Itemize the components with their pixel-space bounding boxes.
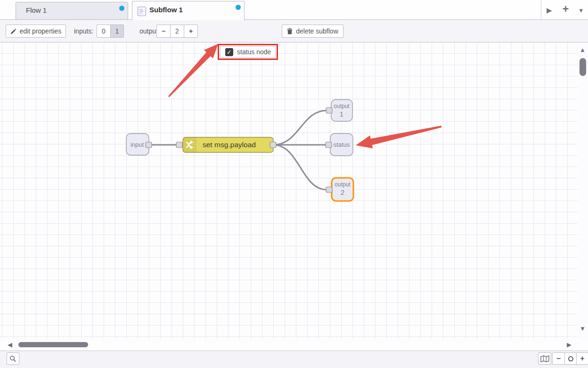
add-flow-icon[interactable]: + [563,4,569,15]
pencil-icon [10,28,16,34]
outputs-value[interactable]: 2 [170,25,184,37]
port[interactable] [176,142,182,148]
tab-scroll-right-icon[interactable]: ▶ [547,7,552,14]
flow-list-caret-icon[interactable]: ▾ [579,7,583,14]
node-status-label: status [334,141,350,148]
subflow-toolbar: edit properties inputs: 0 1 outputs: − 2… [0,20,588,42]
zoom-controls: − + [552,352,588,365]
checked-checkbox-icon[interactable]: ✓ [225,48,233,56]
circle-icon [568,356,573,361]
node-output-2[interactable]: output 2 [326,178,353,201]
tabbar-controls: ▶ + ▾ [541,0,588,20]
scroll-left-icon[interactable]: ◀ [8,342,12,348]
zoom-in-button[interactable]: + [576,353,588,364]
node-output-2-label: output [335,181,351,188]
outputs-spinner-group: − 2 + [156,25,198,38]
outputs-increase-button[interactable]: + [184,25,197,37]
scroll-down-icon[interactable]: ▼ [580,326,586,332]
horizontal-scroll-thumb[interactable] [18,342,88,347]
node-change[interactable]: set msg.payload [176,137,276,152]
vertical-scrollbar[interactable]: ▲ ▼ [578,42,588,339]
map-icon [540,355,549,362]
minimap-toggle-button[interactable] [538,352,551,365]
zoom-reset-button[interactable] [564,353,576,364]
modified-dot [119,6,124,11]
node-output-2-number: 2 [341,188,344,196]
node-output-1-number: 1 [340,110,343,118]
inputs-option-1[interactable]: 1 [110,25,123,37]
inputs-label: inputs: [74,25,93,38]
edit-properties-label: edit properties [20,27,62,35]
flow-svg: input set msg.payload [0,42,578,339]
flow-canvas[interactable]: input set msg.payload [0,42,578,339]
node-red-subflow-editor: Flow 1 Subflow 1 ▶ + ▾ edit pr [0,0,588,368]
wire[interactable] [273,145,327,190]
tab-flow-1[interactable]: Flow 1 [16,2,128,20]
inputs-toggle-group: 0 1 [97,25,124,38]
annotation-arrow-to-status-node [356,125,441,148]
delete-subflow-button[interactable]: delete subflow [282,25,343,38]
delete-subflow-label: delete subflow [296,27,338,35]
port[interactable] [146,142,152,148]
search-icon [9,355,16,362]
node-status[interactable]: status [326,134,353,156]
node-output-1[interactable]: output 1 [326,100,352,121]
modified-dot [236,5,241,10]
wire[interactable] [273,110,327,145]
edit-properties-button[interactable]: edit properties [6,25,66,38]
port[interactable] [326,142,332,148]
workspace-tabbar: Flow 1 Subflow 1 ▶ + ▾ [0,0,588,20]
annotation-arrow-to-status-checkbox [168,44,218,97]
outputs-decrease-button[interactable]: − [157,25,170,37]
vertical-scroll-thumb[interactable] [580,58,586,76]
node-input[interactable]: input [126,134,152,155]
tab-subflow-1-label: Subflow 1 [149,6,183,14]
node-input-label: input [131,141,144,148]
tab-subflow-1[interactable]: Subflow 1 [132,1,245,20]
port[interactable] [326,108,332,113]
scroll-up-icon[interactable]: ▲ [580,47,586,53]
status-node-annotation-box: ✓ status node [218,44,278,60]
status-node-toggle-button[interactable]: ✓ status node [220,46,276,58]
trash-icon [287,28,293,34]
port[interactable] [326,187,332,192]
port[interactable] [270,142,276,148]
zoom-out-button[interactable]: − [553,353,564,364]
horizontal-scrollbar[interactable]: ◀ ▶ [0,339,588,351]
scroll-right-icon[interactable]: ▶ [567,342,572,348]
tab-flow-1-label: Flow 1 [26,6,47,14]
search-button[interactable] [7,352,19,365]
subflow-icon [137,6,147,18]
node-change-label: set msg.payload [203,141,256,149]
node-output-1-label: output [334,103,350,109]
inputs-option-0[interactable]: 0 [97,25,110,37]
status-node-label: status node [237,48,271,56]
footer-bar: − + [0,351,588,368]
